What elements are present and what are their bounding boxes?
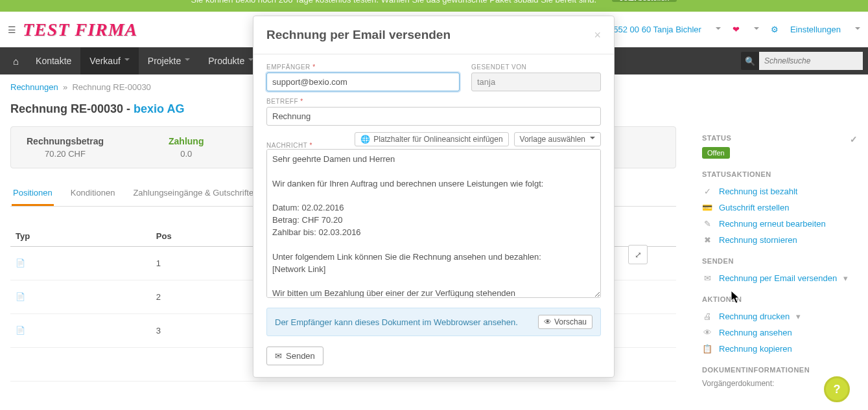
close-icon[interactable]: × [594, 28, 601, 42]
order-now-button[interactable]: Jetzt bestellen [612, 0, 677, 2]
product-icon: 📄 [10, 314, 151, 348]
sender-input [471, 73, 601, 91]
modal-title: Rechnung per Email versenden [266, 28, 451, 42]
giftcard-icon: 💳 [702, 203, 712, 212]
globe-icon: 🌐 [360, 135, 370, 144]
home-icon[interactable]: ⌂ [5, 56, 27, 67]
send-heading: SENDEN [702, 257, 858, 265]
gear-icon[interactable]: ⚙ [771, 25, 779, 34]
preview-button[interactable]: 👁Vorschau [538, 315, 592, 329]
nav-verkauf[interactable]: Verkauf [80, 47, 138, 74]
template-select[interactable]: Vorlage auswählen [514, 132, 601, 146]
action-copy[interactable]: 📋Rechnung kopieren [702, 341, 858, 357]
company-logo: TEST FIRMA [23, 19, 137, 40]
eye-icon: 👁 [544, 317, 552, 326]
heart-icon[interactable]: ❤ [733, 25, 740, 34]
payment-value: 0.0 [169, 149, 204, 159]
x-icon: ✖ [702, 235, 712, 245]
action-paid[interactable]: ✓Rechnung ist bezahlt [702, 183, 858, 199]
docinfo-heading: DOKUMENTINFORMATIONEN [702, 366, 858, 374]
check-icon: ✓ [850, 134, 858, 144]
caret-down-icon[interactable]: ▾ [796, 312, 801, 321]
product-icon: 📄 [10, 280, 151, 314]
message-label: NACHRICHT * [266, 142, 312, 149]
subject-label: BETREFF * [266, 98, 601, 105]
action-edit[interactable]: ✎Rechnung erneut bearbeiten [702, 216, 858, 232]
check-icon: ✓ [702, 187, 712, 196]
breadcrumb-root[interactable]: Rechnungen [10, 82, 58, 92]
envelope-icon: ✉ [275, 351, 282, 361]
insert-placeholder-button[interactable]: 🌐Platzhalter für Onlineansicht einfügen [355, 132, 508, 146]
quick-search-input[interactable] [759, 52, 863, 70]
trial-banner-text: Sie können bexio noch 206 Tage kostenlos… [191, 0, 597, 5]
status-heading: STATUS✓ [702, 134, 858, 142]
settings-link[interactable]: Einstellungen [790, 25, 841, 34]
amount-value: 70.20 CHF [27, 149, 104, 159]
expand-button[interactable]: ⤢ [628, 245, 648, 264]
message-textarea[interactable] [266, 149, 601, 298]
sender-label: GESENDET VON [471, 63, 601, 71]
send-email-modal: Rechnung per Email versenden × EMPFÄNGER… [253, 16, 615, 378]
nav-projekte[interactable]: Projekte [139, 47, 199, 74]
breadcrumb-current: Rechnung RE-00030 [72, 82, 150, 92]
th-typ: Typ [10, 226, 151, 247]
status-actions-heading: STATUSAKTIONEN [702, 170, 858, 178]
recipient-input[interactable] [266, 73, 460, 91]
recipient-label: EMPFÄNGER * [266, 63, 460, 71]
action-view[interactable]: 👁Rechnung ansehen [702, 325, 858, 341]
send-button[interactable]: ✉Senden [266, 347, 323, 365]
action-credit[interactable]: 💳Gutschrift erstellen [702, 199, 858, 216]
amount-label: Rechnungsbetrag [27, 136, 104, 146]
tab-konditionen[interactable]: Konditionen [69, 181, 117, 206]
hamburger-icon[interactable]: ☰ [8, 25, 16, 35]
status-badge: Offen [702, 147, 730, 159]
caret-down-icon[interactable]: ▾ [843, 273, 848, 283]
company-link[interactable]: bexio AG [134, 102, 184, 115]
action-cancel[interactable]: ✖Rechnung stornieren [702, 232, 858, 248]
action-print[interactable]: 🖨Rechnung drucken▾ [702, 308, 858, 325]
search-icon[interactable]: 🔍 [741, 52, 759, 70]
copy-icon: 📋 [702, 344, 712, 354]
action-send-email[interactable]: ✉Rechnung per Email versenden▾ [702, 270, 858, 286]
nav-kontakte[interactable]: Kontakte [27, 47, 80, 74]
pencil-icon: ✎ [702, 219, 712, 229]
eye-icon: 👁 [702, 328, 712, 337]
trial-banner: Sie können bexio noch 206 Tage kostenlos… [0, 0, 868, 12]
printer-icon: 🖨 [702, 312, 712, 321]
product-icon: 📄 [10, 247, 151, 280]
subject-input[interactable] [266, 107, 601, 126]
payment-label: Zahlung [169, 136, 204, 146]
tab-zahlungen[interactable]: Zahlungseingänge & Gutschriften [132, 181, 259, 206]
info-strip: Der Empfänger kann dieses Dokument im We… [266, 308, 601, 336]
actions-heading: AKTIONEN [702, 295, 858, 303]
envelope-icon: ✉ [702, 273, 712, 283]
tab-positionen[interactable]: Positionen [12, 181, 54, 206]
